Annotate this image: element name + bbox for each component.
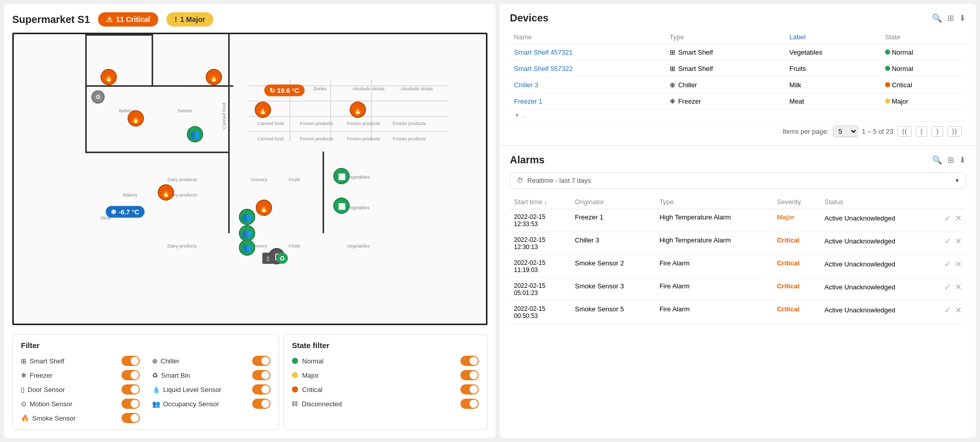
- alarms-filter-chevron[interactable]: ▾: [955, 177, 959, 184]
- devices-table-container[interactable]: Name Type Label State Smart Shelf 457321…: [510, 30, 966, 121]
- alarm-clear-btn[interactable]: ✕: [955, 282, 962, 292]
- map-icon-people-2[interactable]: 👥: [239, 209, 255, 225]
- frozen6-label: Frozen products: [393, 136, 426, 141]
- alarm-ack-btn[interactable]: ✓: [944, 259, 951, 269]
- toggle-door-sensor[interactable]: [121, 384, 140, 395]
- device-state-cell: Normal: [881, 44, 966, 61]
- grocery-label1: Grocery: [251, 177, 267, 182]
- col-originator: Originator: [571, 195, 655, 209]
- map-icon-fire-7[interactable]: 🔥: [256, 200, 272, 216]
- items-per-page-select[interactable]: 5 10 25: [833, 126, 858, 137]
- sweets-label: Sweets: [177, 108, 192, 113]
- right-panel: Devices 🔍 ⊞ ⬇ Name Type Label State: [500, 4, 976, 438]
- state-label-major: Major: [302, 372, 319, 379]
- map-icon-fire-1[interactable]: 🔥: [101, 69, 117, 85]
- devices-grid-icon[interactable]: ⊞: [947, 13, 954, 23]
- alarm-ack-btn[interactable]: ✓: [944, 305, 951, 315]
- dot-major: [292, 372, 298, 378]
- map-icon-people-4[interactable]: 👥: [239, 239, 255, 256]
- toggle-smart-shelf[interactable]: [121, 356, 140, 366]
- vegetables-label2: Vegetables: [347, 205, 370, 210]
- alarm-actions: ✓ ✕: [944, 236, 962, 246]
- filter-item-smoke-sensor: 🔥 Smoke Sensor: [21, 413, 140, 423]
- alarms-search-icon[interactable]: 🔍: [932, 155, 942, 165]
- table-row: Smart Shelf 557322 ⊞Smart Shelf Fruits N…: [510, 61, 966, 77]
- floor-map[interactable]: Bakery Sweets Bakery Dairy products Dair…: [12, 33, 487, 325]
- severity-badge: Critical: [777, 305, 799, 313]
- filter-label-occupancy: Occupancy Sensor: [163, 400, 219, 408]
- devices-header: Devices 🔍 ⊞ ⬇: [510, 12, 966, 24]
- alarm-clear-btn[interactable]: ✕: [955, 305, 962, 315]
- map-door-sensor-bottom[interactable]: ▯: [262, 253, 274, 264]
- device-state-cell: Major: [881, 93, 966, 110]
- alarm-clear-btn[interactable]: ✕: [955, 213, 962, 223]
- map-icon-fire-2[interactable]: 🔥: [206, 69, 222, 85]
- toggle-motion-sensor[interactable]: [121, 399, 140, 409]
- alarm-time-cell: 2022-02-1512:30:13: [510, 232, 571, 255]
- map-icon-fire-3[interactable]: 🔥: [128, 110, 144, 127]
- map-icon-motion[interactable]: ⊙: [91, 90, 105, 104]
- chiller-icon: ⊕: [152, 357, 158, 365]
- alarms-scroll[interactable]: Start time ↓ Originator Type Severity St…: [510, 195, 966, 430]
- toggle-smart-bin[interactable]: [252, 370, 271, 380]
- toggle-normal[interactable]: [460, 356, 479, 366]
- alarm-ack-btn[interactable]: ✓: [944, 213, 951, 223]
- toggle-smoke-sensor[interactable]: [121, 413, 140, 423]
- map-icon-people-1[interactable]: 👥: [187, 126, 203, 142]
- dot-normal: [292, 358, 298, 364]
- toggle-chiller[interactable]: [252, 356, 271, 366]
- device-name-link[interactable]: Smart Shelf 557322: [514, 65, 573, 72]
- device-name-cell: Chiller 3: [510, 77, 666, 93]
- temp-value-warm: 19.6 °C: [277, 87, 300, 94]
- device-name-link[interactable]: Chiller 3: [514, 81, 538, 89]
- alarm-status-text: Active Unacknowledged: [824, 214, 895, 222]
- alarms-export-icon[interactable]: ⬇: [959, 155, 966, 165]
- alarm-clear-btn[interactable]: ✕: [955, 259, 962, 269]
- devices-export-icon[interactable]: ⬇: [959, 13, 966, 23]
- alarm-time-cell: 2022-02-1500:50:53: [510, 301, 571, 324]
- toggle-disconnected[interactable]: [460, 399, 479, 409]
- frozen4-label: Frozen products: [300, 136, 333, 141]
- map-icon-shelf-1[interactable]: ▦: [333, 168, 350, 184]
- first-page-btn[interactable]: ⟨⟨: [897, 126, 912, 137]
- alarms-filter-row[interactable]: ⏱ Realtime - last 7 days ▾: [510, 172, 966, 189]
- alarms-header: Alarms 🔍 ⊞ ⬇: [510, 154, 966, 166]
- filter-label-smoke-sensor: Smoke Sensor: [32, 414, 76, 422]
- alarm-row: 2022-02-1512:30:13 Chiller 3 High Temper…: [510, 232, 966, 255]
- next-page-btn[interactable]: ⟩: [932, 126, 943, 137]
- alarms-grid-icon[interactable]: ⊞: [947, 155, 954, 165]
- filter-grid: ⊞ Smart Shelf ⊕ Chiller ❄ Freezer: [21, 356, 271, 423]
- devices-search-icon[interactable]: 🔍: [932, 13, 942, 23]
- map-icon-fire-6[interactable]: 🔥: [158, 184, 174, 201]
- toggle-occupancy[interactable]: [252, 399, 271, 409]
- alarm-clear-btn[interactable]: ✕: [955, 236, 962, 246]
- col-name: Name: [510, 30, 666, 44]
- alarm-row: 2022-02-1505:01:23 Smoke Sensor 3 Fire A…: [510, 278, 966, 301]
- device-type-cell: ⊕Chiller: [666, 77, 786, 93]
- map-icon-fire-5[interactable]: 🔥: [350, 102, 366, 118]
- filter-label-smart-shelf: Smart Shelf: [30, 357, 64, 365]
- toggle-major[interactable]: [460, 370, 479, 380]
- alarm-ack-btn[interactable]: ✓: [944, 236, 951, 246]
- last-page-btn[interactable]: ⟩⟩: [947, 126, 962, 137]
- canned2-label: Canned food: [257, 136, 284, 141]
- col-label: Label: [786, 30, 881, 44]
- device-name-link[interactable]: Freezer 1: [514, 97, 543, 105]
- alarm-originator-cell: Smoke Sensor 2: [571, 255, 655, 278]
- toggle-critical[interactable]: [460, 384, 479, 395]
- map-icon-fire-4[interactable]: 🔥: [255, 102, 271, 118]
- prev-page-btn[interactable]: ⟨: [916, 126, 927, 137]
- dot-disconnected: [292, 401, 298, 406]
- filter-item-freezer: ❄ Freezer: [21, 370, 140, 380]
- device-name-link[interactable]: Smart Shelf 457321: [514, 48, 573, 56]
- map-icon-green-bottom[interactable]: ♻: [277, 253, 288, 264]
- alarm-row: 2022-02-1511:19:03 Smoke Sensor 2 Fire A…: [510, 255, 966, 278]
- toggle-liquid-level[interactable]: [252, 384, 271, 395]
- col-start-time[interactable]: Start time ↓: [510, 195, 571, 209]
- device-state-cell: Normal: [881, 61, 966, 77]
- toggle-freezer[interactable]: [121, 370, 140, 380]
- map-icon-shelf-2[interactable]: ▦: [333, 198, 350, 214]
- col-status: Status: [820, 195, 966, 209]
- filter-label-liquid-level: Liquid Level Sensor: [163, 386, 222, 394]
- alarm-ack-btn[interactable]: ✓: [944, 282, 951, 292]
